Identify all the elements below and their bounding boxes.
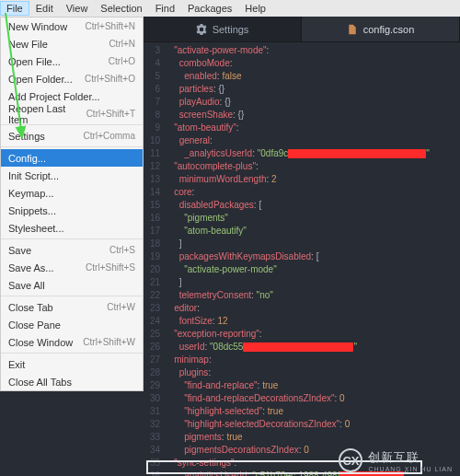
menu-item-snippets[interactable]: Snippets... (1, 202, 143, 219)
menu-file[interactable]: File (0, 1, 29, 16)
line-number: 21 (144, 276, 160, 289)
code-line[interactable]: general: (164, 134, 460, 147)
menu-item-config[interactable]: Config... (1, 149, 143, 167)
menu-item-close-pane[interactable]: Close Pane (1, 316, 143, 333)
watermark: CX 创新互联 CHUANG XIN HU LIAN (339, 448, 453, 472)
menu-item-label: Settings (8, 131, 45, 142)
line-number: 27 (144, 354, 160, 366)
tab-label: config.cson (363, 24, 415, 35)
menu-item-label: Add Project Folder... (8, 91, 100, 102)
tab-settings[interactable]: Settings (144, 17, 302, 41)
code-line[interactable]: "find-and-replaceDecorationsZIndex": 0 (164, 392, 460, 405)
menu-item-init-script[interactable]: Init Script... (1, 167, 143, 184)
menu-edit[interactable]: Edit (29, 1, 60, 16)
menu-item-shortcut: Ctrl+S (109, 245, 135, 255)
code-line[interactable]: fontSize: 12 (164, 315, 460, 328)
code-line[interactable]: enabled: false (164, 70, 460, 83)
line-number: 31 (144, 405, 160, 418)
line-number: 33 (144, 431, 160, 444)
line-number: 25 (144, 328, 160, 341)
menu-item-keymap[interactable]: Keymap... (1, 184, 143, 202)
menu-item-new-file[interactable]: New FileCtrl+N (1, 35, 143, 52)
line-number: 29 (144, 379, 160, 392)
line-number: 4 (144, 57, 160, 70)
code-line[interactable]: "autocomplete-plus": (164, 160, 460, 173)
code-line[interactable]: "atom-beautify": (164, 122, 460, 134)
menu-item-settings[interactable]: SettingsCtrl+Comma (1, 127, 143, 145)
menu-item-shortcut: Ctrl+N (109, 39, 135, 49)
menu-item-close-tab[interactable]: Close TabCtrl+W (1, 298, 143, 316)
menu-item-label: Save As... (8, 262, 54, 273)
menu-selection[interactable]: Selection (94, 1, 148, 16)
line-number: 36 (144, 470, 160, 476)
menu-item-reopen-last-item[interactable]: Reopen Last ItemCtrl+Shift+T (1, 105, 143, 122)
menu-view[interactable]: View (60, 1, 95, 16)
menu-item-label: Exit (8, 359, 25, 370)
code-editor[interactable]: 3456789101112131415161718192021222324252… (144, 42, 460, 476)
code-line[interactable]: "exception-reporting": (164, 328, 460, 341)
watermark-text-en: CHUANG XIN HU LIAN (368, 466, 453, 472)
code-line[interactable]: minimumWordLength: 2 (164, 173, 460, 186)
menu-item-save-as[interactable]: Save As...Ctrl+Shift+S (1, 259, 143, 276)
code-line[interactable]: pigments: true (164, 431, 460, 444)
menu-item-shortcut: Ctrl+Comma (84, 131, 135, 141)
watermark-logo: CX (339, 448, 362, 472)
menu-item-save-all[interactable]: Save All (1, 276, 143, 294)
code-line[interactable]: plugins: (164, 366, 460, 379)
code-line[interactable]: ] (164, 238, 460, 250)
menu-item-label: Close Window (8, 337, 73, 348)
code-content[interactable]: "activate-power-mode": comboMode: enable… (164, 42, 460, 476)
code-line[interactable]: "atom-beautify" (164, 225, 460, 238)
line-number: 16 (144, 212, 160, 225)
code-line[interactable]: packagesWithKeymapsDisabled: [ (164, 250, 460, 263)
code-line[interactable]: minimap: (164, 354, 460, 366)
menu-separator (1, 353, 143, 354)
menu-item-open-folder[interactable]: Open Folder...Ctrl+Shift+O (1, 70, 143, 87)
line-number: 22 (144, 289, 160, 302)
code-line[interactable]: "activate-power-mode" (164, 263, 460, 276)
menu-item-label: New Window (8, 21, 67, 32)
code-line[interactable]: playAudio: {} (164, 96, 460, 109)
menu-item-label: Snippets... (8, 205, 56, 216)
menu-item-exit[interactable]: Exit (1, 355, 143, 373)
line-number: 14 (144, 186, 160, 199)
code-line[interactable]: _analyticsUserId: "0dfa9c" (164, 147, 460, 160)
code-line[interactable]: screenShake: {} (164, 109, 460, 122)
menu-item-label: Close All Tabs (8, 377, 72, 388)
code-line[interactable]: telemetryConsent: "no" (164, 289, 460, 302)
line-number: 18 (144, 238, 160, 250)
code-line[interactable]: ] (164, 276, 460, 289)
menu-item-close-all-tabs[interactable]: Close All Tabs (1, 373, 143, 390)
line-number: 26 (144, 341, 160, 354)
menu-item-stylesheet[interactable]: Stylesheet... (1, 219, 143, 237)
code-line[interactable]: "find-and-replace": true (164, 379, 460, 392)
code-line[interactable]: "highlight-selectedDecorationsZIndex": 0 (164, 418, 460, 431)
menu-item-label: Open Folder... (8, 74, 73, 85)
menu-packages[interactable]: Packages (181, 1, 238, 16)
menu-item-new-window[interactable]: New WindowCtrl+Shift+N (1, 17, 143, 35)
code-line[interactable]: "highlight-selected": true (164, 405, 460, 418)
line-number: 32 (144, 418, 160, 431)
code-line[interactable]: core: (164, 186, 460, 199)
line-number: 12 (144, 160, 160, 173)
code-line[interactable]: disabledPackages: [ (164, 199, 460, 212)
menu-item-save[interactable]: SaveCtrl+S (1, 241, 143, 259)
menu-item-shortcut: Ctrl+O (109, 56, 135, 66)
line-number: 5 (144, 70, 160, 83)
menu-item-open-file[interactable]: Open File...Ctrl+O (1, 52, 143, 70)
menu-item-close-window[interactable]: Close WindowCtrl+Shift+W (1, 333, 143, 351)
code-line[interactable]: editor: (164, 302, 460, 315)
menu-help[interactable]: Help (238, 1, 272, 16)
menu-item-shortcut: Ctrl+W (107, 302, 135, 312)
menu-item-label: Save (8, 245, 31, 256)
line-number: 20 (144, 263, 160, 276)
code-line[interactable]: "pigments" (164, 212, 460, 225)
menu-find[interactable]: Find (149, 1, 181, 16)
line-number-gutter: 3456789101112131415161718192021222324252… (144, 42, 164, 476)
code-line[interactable]: particles: {} (164, 83, 460, 96)
code-line[interactable]: comboMode: (164, 57, 460, 70)
tab-config-cson[interactable]: config.cson (302, 17, 460, 41)
menu-item-label: Reopen Last Item (8, 103, 86, 125)
code-line[interactable]: "activate-power-mode": (164, 44, 460, 57)
code-line[interactable]: userId: "08dc55" (164, 341, 460, 354)
